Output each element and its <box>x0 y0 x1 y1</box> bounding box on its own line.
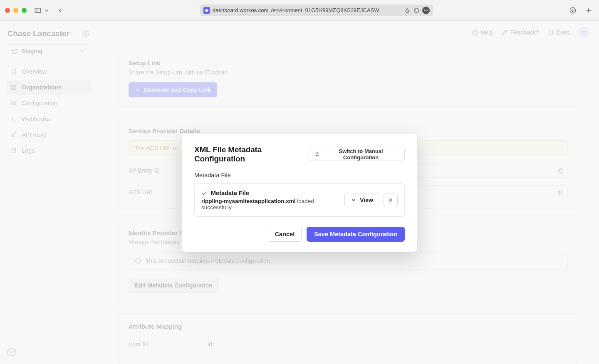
button-label: Switch to Manual Configuration <box>322 148 399 161</box>
url-bar[interactable]: ◆ dashboard.workos.com/environment_01G5H… <box>200 5 433 16</box>
save-button[interactable]: Save Metadata Configuration <box>307 227 405 242</box>
url-path: /environment_01G5H99MZQ8XS29EJCASWQ15V6/… <box>271 7 379 13</box>
downloads-icon[interactable] <box>567 5 578 16</box>
modal-overlay[interactable]: XML File Metadata Configuration Switch t… <box>0 21 599 364</box>
remove-file-button[interactable] <box>384 193 398 207</box>
close-icon <box>388 197 394 203</box>
browser-toolbar: ◆ dashboard.workos.com/environment_01G5H… <box>0 0 599 21</box>
uploaded-file-box: Metadata File rippling-mysamltestapplica… <box>194 183 405 217</box>
sidebar-toggle-icon[interactable] <box>32 5 43 16</box>
view-file-button[interactable]: View <box>344 193 379 207</box>
close-window-icon[interactable] <box>5 8 10 13</box>
reload-icon[interactable] <box>413 7 420 14</box>
metadata-file-label: Metadata File <box>194 172 405 178</box>
svg-rect-0 <box>35 8 41 12</box>
cancel-button[interactable]: Cancel <box>268 227 302 242</box>
swap-icon <box>314 151 320 157</box>
file-name: rippling-mysamltestapplication.xml <box>201 198 296 204</box>
minimize-window-icon[interactable] <box>13 8 18 13</box>
metadata-modal: XML File Metadata Configuration Switch t… <box>181 133 418 252</box>
check-icon <box>201 190 208 196</box>
url-domain: dashboard.workos.com <box>213 7 268 13</box>
new-tab-icon[interactable] <box>583 5 594 16</box>
file-title: Metadata File <box>211 190 249 196</box>
file-status: rippling-mysamltestapplication.xml loade… <box>201 198 344 210</box>
svg-rect-2 <box>406 10 409 12</box>
chevron-down-icon[interactable] <box>43 5 50 16</box>
button-label: Save Metadata Configuration <box>314 231 397 238</box>
app-root: Chase Lancaster Staging Overview Organiz… <box>0 21 599 364</box>
button-label: Cancel <box>275 231 295 238</box>
lock-icon <box>404 7 411 14</box>
fullscreen-window-icon[interactable] <box>22 8 27 13</box>
chevron-down-icon <box>351 197 356 203</box>
window-controls <box>5 8 27 13</box>
modal-title: XML File Metadata Configuration <box>194 145 309 163</box>
switch-manual-button[interactable]: Switch to Manual Configuration <box>309 148 405 161</box>
button-label: View <box>360 197 373 203</box>
back-icon[interactable] <box>55 5 66 16</box>
site-favicon-icon: ◆ <box>203 7 210 14</box>
page-menu-icon[interactable]: ••• <box>422 7 430 14</box>
